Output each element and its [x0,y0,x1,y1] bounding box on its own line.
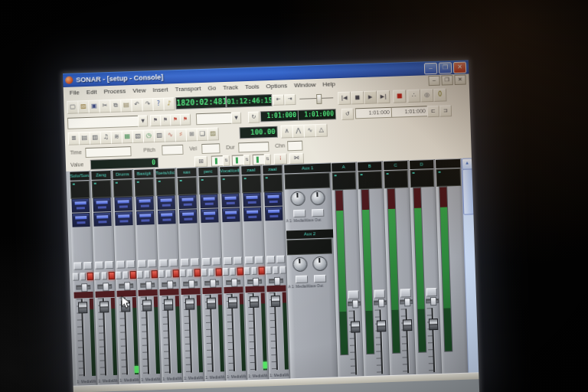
solo-button[interactable] [187,270,193,277]
menu-item-help[interactable]: Help [319,80,338,89]
pan-thumb[interactable] [352,299,358,308]
snap-combo[interactable] [196,113,233,126]
bus-mute-button[interactable] [348,290,359,299]
aux-output-label[interactable]: A 1: MediaWave Out [288,282,335,290]
channel-name[interactable]: Toets/click [155,168,175,178]
channel-name[interactable]: perc [198,167,217,176]
bus-name[interactable]: A [332,162,355,172]
loop-thru-field[interactable]: 1:01:000 [391,106,428,118]
loop-view-icon[interactable]: ▨ [207,127,219,140]
bus-volume-fader[interactable] [351,321,360,332]
pan-slider[interactable] [204,280,219,286]
solo-button[interactable] [273,266,279,274]
spinner[interactable]: ⇅ [223,155,230,166]
pan-thumb[interactable] [145,281,152,289]
volume-fader[interactable] [228,297,237,309]
menu-item-window[interactable]: Window [291,80,319,90]
rewind-marker-button[interactable]: ⇤ [273,94,284,105]
bus-mute-button[interactable] [400,289,411,297]
solo-button[interactable] [80,273,86,280]
dur-field[interactable] [238,142,269,152]
effects-send-slot[interactable] [222,207,240,222]
menu-item-go[interactable]: Go [204,83,219,93]
aux-output-label[interactable]: A 1: MediaWave Out [286,216,332,224]
effects-send-slot[interactable] [243,193,261,207]
aux-enable-button[interactable] [313,275,325,283]
effects-send-slot[interactable] [158,210,176,224]
stereo-button[interactable] [234,256,242,264]
pan-thumb[interactable] [430,297,436,305]
channel-name[interactable]: zaal [241,166,260,175]
aux-mute-button[interactable] [293,210,305,218]
channel-output-label[interactable]: 1: MediaWave Out [77,378,96,385]
snap-grid-button[interactable]: ⊞ [194,156,207,168]
rewind-button[interactable]: |◀ [338,92,351,106]
channel-name[interactable]: zaal [263,165,282,175]
arm-button[interactable] [216,268,222,276]
close-button[interactable]: ✕ [453,61,466,74]
mute-button[interactable] [223,268,229,276]
aux-level-knob[interactable] [312,256,328,272]
set-loop-points-button[interactable]: ⊏ [427,106,439,118]
channel-output-label[interactable]: 1: MediaWave Out [141,376,160,383]
arm-button[interactable] [152,270,158,278]
record-button[interactable]: ■ [393,90,407,103]
aux-name[interactable]: Aux 1 [284,163,331,173]
channel-output-label[interactable]: 1: MediaWave Out [162,375,181,382]
bus-volume-fader[interactable] [429,318,438,330]
audio-options-icon[interactable]: ♪ [163,97,175,110]
pan-slider[interactable] [76,285,90,290]
menu-item-tools[interactable]: Tools [242,82,263,91]
marker-combo-arrow[interactable]: ▼ [138,115,148,126]
pan-thumb[interactable] [124,282,130,290]
phase-button[interactable] [245,256,253,264]
bus-name[interactable]: D [410,160,433,169]
volume-fader[interactable] [164,299,173,310]
loop-toggle-button[interactable]: ↺ [341,108,354,120]
mdi-restore-button[interactable]: ❐ [441,75,452,85]
loop-from-selection-button[interactable]: ⊐ [439,105,452,117]
pan-thumb[interactable] [167,280,173,289]
channel-output-label[interactable]: 1: MediaWave Out [184,374,203,381]
stereo-button[interactable] [169,259,178,266]
pitch-field[interactable] [162,145,183,155]
scrollbar-thumb[interactable] [462,168,474,214]
marker-combo[interactable] [67,116,139,129]
pan-thumb[interactable] [377,299,384,307]
restore-button[interactable]: ❐ [439,62,452,74]
channel-name[interactable]: Bas/git [134,169,153,178]
arm-button[interactable] [259,266,265,274]
solo-button[interactable] [208,269,214,276]
phase-button[interactable] [181,259,189,266]
phase-button[interactable] [224,257,232,265]
pan-slider[interactable] [183,281,198,286]
cd-icon[interactable]: ◎ [420,89,434,103]
bus-volume-fader[interactable] [403,319,412,331]
bus-name[interactable]: C [384,161,407,170]
aux-pan-knob[interactable] [292,257,308,273]
effects-send-slot[interactable] [93,212,112,227]
solo-button[interactable] [144,270,150,278]
channel-name[interactable]: Zang [91,171,110,180]
pan-thumb[interactable] [188,279,194,288]
menu-item-transport[interactable]: Transport [172,84,204,93]
bus-name[interactable]: B [358,162,381,171]
bus-mute-button[interactable] [374,289,385,298]
stereo-button[interactable] [191,258,199,266]
effects-send-slot[interactable] [179,209,198,224]
volume-fader[interactable] [185,298,194,309]
bus-pan-slider[interactable] [426,299,439,304]
stereo-button[interactable] [212,257,220,265]
channel-output-label[interactable]: 1: MediaWave Out [270,371,289,378]
effects-send-slot[interactable] [201,208,219,223]
channel-output-label[interactable]: 1: MediaWave Out [98,377,117,384]
channel-name[interactable]: sax [177,168,196,177]
effects-send-slot[interactable] [136,211,155,225]
phase-button[interactable] [159,260,168,267]
effects-send-slot[interactable] [136,196,154,211]
arm-button[interactable] [87,273,93,280]
effects-send-slot[interactable] [157,195,175,210]
arm-button[interactable] [194,269,201,276]
mute-button[interactable] [158,270,165,278]
effects-send-slot[interactable] [115,211,133,226]
